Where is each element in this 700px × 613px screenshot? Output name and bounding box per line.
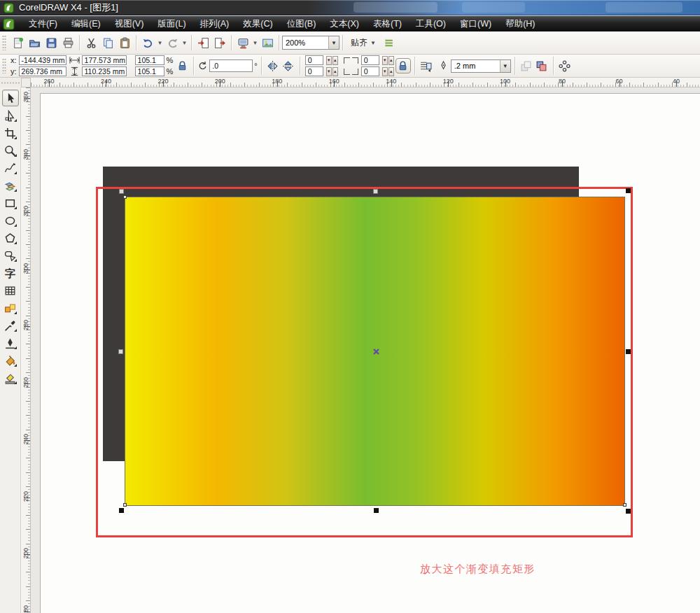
selection-handle[interactable]: [626, 188, 631, 193]
mirror-vertical-button[interactable]: [281, 58, 296, 73]
menu-item-4[interactable]: 排列(A): [193, 16, 237, 32]
menu-item-6[interactable]: 位图(B): [280, 16, 323, 32]
shape-tool[interactable]: [2, 107, 19, 124]
smart-fill-tool[interactable]: [2, 177, 19, 194]
horizontal-ruler[interactable]: 260240220200180160140120100806040: [31, 78, 700, 87]
selection-handle[interactable]: [373, 189, 378, 194]
selection-handle[interactable]: [119, 508, 124, 513]
to-front-button[interactable]: [519, 58, 534, 73]
menu-item-3[interactable]: 版面(L): [150, 16, 192, 32]
corner-radius-bottom-field[interactable]: 0: [361, 66, 379, 76]
print-button[interactable]: [59, 34, 76, 51]
interactive-blend-tool[interactable]: [2, 300, 19, 316]
application-launcher-button[interactable]: [234, 34, 251, 51]
menu-item-5[interactable]: 效果(C): [236, 16, 279, 32]
vertical-ruler[interactable]: 360340320300280260240220200180: [21, 87, 31, 613]
dropdown-arrow-icon[interactable]: ▼: [500, 60, 510, 72]
wrap-text-button[interactable]: [419, 58, 434, 73]
dropdown-arrow-icon[interactable]: ▼: [156, 34, 164, 51]
dropdown-arrow-icon[interactable]: ▼: [328, 36, 339, 49]
skew-h-field[interactable]: 0: [305, 55, 323, 65]
freehand-tool[interactable]: [2, 160, 19, 176]
scale-v-field[interactable]: 105.1: [135, 66, 164, 76]
polygon-tool[interactable]: [2, 230, 19, 246]
selection-handle[interactable]: [374, 508, 379, 513]
y-position-field[interactable]: 269.736 mm: [19, 66, 66, 76]
dropdown-arrow-icon[interactable]: ▼: [251, 34, 259, 51]
drawing-canvas[interactable]: 放大这个渐变填充矩形: [31, 87, 700, 613]
toolbox-grip[interactable]: [0, 78, 21, 87]
skew-v-spinner[interactable]: ▼▲: [326, 67, 338, 76]
fill-tool[interactable]: [2, 352, 19, 369]
object-width-field[interactable]: 177.573 mm: [82, 55, 127, 65]
skew-v-field[interactable]: 0: [305, 66, 323, 76]
corner-radius-top-field[interactable]: 0: [361, 55, 379, 65]
dropdown-arrow-icon[interactable]: ▼: [181, 34, 188, 51]
snap-to-button[interactable]: 贴齐▼: [346, 35, 381, 50]
ellipse-tool[interactable]: [2, 212, 19, 229]
selection-handle[interactable]: [626, 509, 631, 514]
corner-radius-bottom-spinner[interactable]: ▼▲: [382, 67, 394, 76]
copy-button[interactable]: [99, 34, 116, 51]
scale-h-field[interactable]: 105.1: [135, 55, 164, 65]
rotation-icon: [197, 61, 208, 71]
curve-node[interactable]: [123, 503, 127, 507]
menu-item-7[interactable]: 文本(X): [323, 16, 366, 32]
snap-options-button[interactable]: [381, 34, 398, 51]
object-height-field[interactable]: 110.235 mm: [82, 66, 127, 76]
selection-center-marker[interactable]: [372, 348, 380, 355]
rotation-angle-field[interactable]: .0: [209, 59, 253, 72]
ruler-origin-button[interactable]: [21, 78, 31, 87]
outline-pen-tool[interactable]: [2, 334, 19, 351]
round-corners-together-button[interactable]: [396, 58, 411, 73]
interactive-fill-tool[interactable]: [2, 369, 19, 386]
basic-shapes-tool[interactable]: [2, 247, 19, 264]
menu-item-2[interactable]: 视图(V): [108, 16, 151, 32]
outline-width-select[interactable]: .2 mm ▼: [451, 59, 511, 73]
lock-ratio-button[interactable]: [174, 58, 190, 73]
cut-button[interactable]: [83, 34, 99, 51]
zoom-level-select[interactable]: 200%▼: [282, 36, 340, 50]
paste-button[interactable]: [116, 34, 133, 51]
pick-tool[interactable]: [2, 90, 19, 106]
menu-item-10[interactable]: 窗口(W): [453, 16, 498, 32]
selection-handle[interactable]: [119, 189, 124, 194]
selection-handle[interactable]: [118, 349, 123, 354]
rectangle-tool[interactable]: [2, 195, 19, 211]
toolbar-grip[interactable]: [2, 35, 6, 50]
text-tool[interactable]: 字: [2, 265, 19, 281]
rectangle-tool-icon: [4, 197, 16, 209]
zoom-tool[interactable]: [2, 142, 19, 159]
curve-node[interactable]: [623, 503, 626, 507]
symmetry-button[interactable]: [557, 58, 573, 73]
selection-handle[interactable]: [626, 349, 631, 354]
menu-item-1[interactable]: 编辑(E): [64, 16, 108, 32]
export-icon: [214, 37, 226, 49]
x-position-field[interactable]: -144.439 mm: [19, 55, 66, 65]
dropdown-arrow-icon[interactable]: ▼: [370, 40, 376, 46]
mirror-horizontal-button[interactable]: [265, 58, 281, 73]
corner-radius-top-spinner[interactable]: ▼▲: [382, 56, 394, 65]
import-button[interactable]: [195, 34, 211, 51]
export-button[interactable]: [211, 34, 228, 51]
menu-item-0[interactable]: 文件(F): [22, 16, 64, 32]
corel-online-button[interactable]: [259, 34, 276, 51]
menu-item-11[interactable]: 帮助(H): [498, 16, 542, 32]
curve-node[interactable]: [123, 195, 127, 199]
menu-bar: 文件(F)编辑(E)视图(V)版面(L)排列(A)效果(C)位图(B)文本(X)…: [0, 15, 700, 31]
to-back-button[interactable]: [534, 58, 550, 73]
eyedropper-tool[interactable]: [2, 317, 19, 334]
save-button[interactable]: [43, 34, 59, 51]
table-tool[interactable]: [2, 282, 19, 299]
toolbar-grip[interactable]: [2, 58, 6, 73]
open-folder-button[interactable]: [26, 34, 43, 51]
object-width-icon: [69, 55, 80, 65]
new-document-button[interactable]: [9, 34, 26, 51]
undo-button[interactable]: [139, 34, 156, 51]
smart-fill-tool-icon: [4, 180, 16, 192]
redo-button[interactable]: [164, 34, 181, 51]
skew-h-spinner[interactable]: ▼▲: [326, 56, 338, 65]
crop-tool[interactable]: [2, 125, 19, 141]
menu-item-9[interactable]: 工具(O): [409, 16, 453, 32]
menu-item-8[interactable]: 表格(T): [366, 16, 409, 32]
